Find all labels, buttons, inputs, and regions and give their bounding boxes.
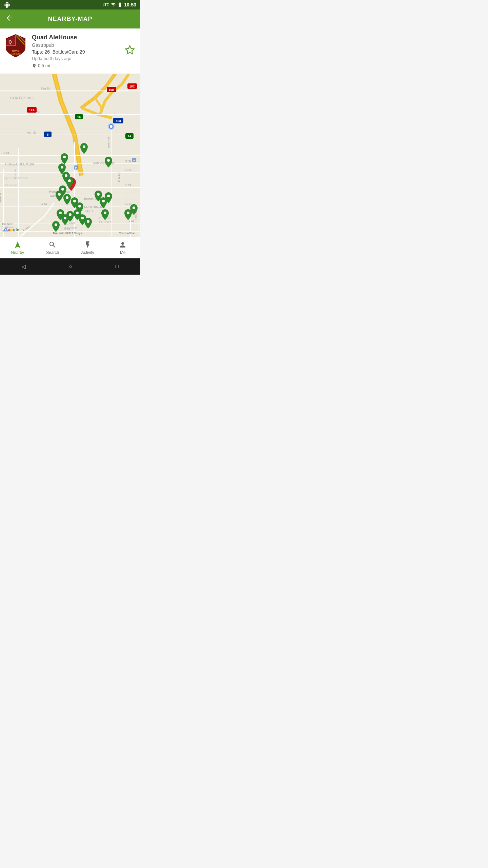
lte-label: LTE bbox=[103, 3, 109, 7]
svg-text:J St: J St bbox=[129, 219, 134, 222]
nav-activity-label: Activity bbox=[81, 250, 94, 255]
svg-point-108 bbox=[127, 212, 129, 214]
svg-text:11th Ave: 11th Ave bbox=[118, 172, 121, 182]
svg-marker-9 bbox=[126, 46, 134, 54]
svg-text:...ego Civic Theatre: ...ego Civic Theatre bbox=[2, 176, 28, 180]
nav-activity[interactable]: Activity bbox=[70, 237, 105, 258]
svg-text:QUARTER: QUARTER bbox=[64, 226, 77, 229]
svg-point-93 bbox=[58, 193, 61, 196]
svg-text:QUAD: QUAD bbox=[12, 50, 19, 52]
svg-point-101 bbox=[59, 212, 62, 214]
favorite-button[interactable] bbox=[125, 45, 135, 57]
svg-text:5: 5 bbox=[47, 133, 48, 136]
svg-text:A St: A St bbox=[3, 151, 9, 155]
svg-point-91 bbox=[68, 179, 71, 182]
page-title: NEARBY-MAP bbox=[48, 16, 92, 23]
svg-text:CORE-COLUMBIA: CORE-COLUMBIA bbox=[5, 162, 34, 166]
nav-nearby[interactable]: Nearby bbox=[0, 237, 35, 258]
header: NEARBY-MAP bbox=[0, 9, 140, 28]
svg-text:C St: C St bbox=[125, 168, 131, 172]
activity-icon bbox=[84, 241, 92, 249]
status-time: 10:53 bbox=[124, 2, 136, 7]
home-system-button[interactable]: ○ bbox=[69, 263, 72, 270]
nearby-icon bbox=[14, 241, 22, 249]
status-icons: LTE 10:53 bbox=[103, 2, 136, 7]
system-nav-bar: ◁ ○ □ bbox=[0, 258, 140, 275]
recent-system-button[interactable]: □ bbox=[116, 263, 119, 270]
svg-point-88 bbox=[61, 166, 63, 169]
venue-updated: Updated 3 days ago bbox=[32, 56, 135, 61]
venue-taps: Taps: 26 Bottles/Can: 29 bbox=[32, 49, 135, 55]
venue-name: Quad AleHouse bbox=[32, 34, 135, 41]
svg-text:16B: 16B bbox=[109, 88, 115, 92]
venue-distance: 0.5 mi bbox=[32, 63, 135, 68]
svg-text:...AMP: ...AMP bbox=[66, 222, 76, 225]
venue-card[interactable]: Q QUAD ALEHOUSE Quad AleHouse Gastropub … bbox=[0, 28, 140, 74]
svg-point-89 bbox=[107, 159, 110, 162]
svg-point-95 bbox=[97, 193, 100, 196]
svg-point-92 bbox=[61, 188, 64, 191]
svg-point-94 bbox=[66, 196, 68, 199]
svg-text:Ash St: Ash St bbox=[27, 131, 36, 134]
svg-text:Map data ©2017 Google: Map data ©2017 Google bbox=[53, 232, 83, 235]
svg-point-110 bbox=[55, 223, 57, 226]
svg-text:CORTEZ HILL: CORTEZ HILL bbox=[10, 96, 35, 100]
svg-point-99 bbox=[73, 200, 76, 202]
nav-nearby-label: Nearby bbox=[11, 250, 24, 255]
svg-point-103 bbox=[69, 213, 72, 216]
svg-text:The New: The New bbox=[2, 222, 13, 225]
svg-text:1A: 1A bbox=[127, 135, 131, 138]
svg-point-86 bbox=[83, 145, 85, 148]
status-bar: LTE 10:53 bbox=[0, 0, 140, 9]
map-container[interactable]: Elm St Beech St Ash St A St B St C St E … bbox=[0, 74, 140, 237]
svg-text:...WNTOWN: ...WNTOWN bbox=[2, 183, 19, 186]
svg-text:16: 16 bbox=[77, 115, 81, 119]
back-button[interactable] bbox=[3, 11, 16, 27]
svg-text:CONDOS: CONDOS bbox=[99, 220, 113, 224]
back-system-button[interactable]: ◁ bbox=[22, 263, 26, 270]
search-icon bbox=[48, 241, 57, 249]
svg-text:Terms of Use: Terms of Use bbox=[119, 232, 135, 235]
svg-point-104 bbox=[76, 212, 79, 214]
bottom-nav: Nearby Search Activity Me bbox=[0, 237, 140, 258]
svg-text:G St: G St bbox=[125, 202, 132, 205]
svg-point-100 bbox=[78, 205, 81, 208]
svg-text:LOFT: LOFT bbox=[85, 209, 94, 213]
map-svg: Elm St Beech St Ash St A St B St C St E … bbox=[0, 74, 140, 237]
nav-me-label: Me bbox=[120, 250, 126, 255]
svg-text:17A: 17A bbox=[29, 108, 35, 112]
svg-point-87 bbox=[63, 156, 66, 158]
svg-text:Google: Google bbox=[4, 227, 19, 232]
svg-text:ALEHOUSE: ALEHOUSE bbox=[11, 53, 21, 55]
svg-text:G St: G St bbox=[41, 202, 47, 205]
venue-info: Quad AleHouse Gastropub Taps: 26 Bottles… bbox=[32, 34, 135, 68]
svg-point-102 bbox=[64, 217, 66, 219]
svg-text:Elm St: Elm St bbox=[41, 87, 50, 90]
venue-type: Gastropub bbox=[32, 42, 135, 48]
svg-text:P: P bbox=[75, 166, 77, 170]
svg-point-109 bbox=[133, 206, 135, 209]
svg-point-106 bbox=[87, 220, 89, 223]
svg-point-84 bbox=[110, 125, 113, 128]
svg-text:B St: B St bbox=[125, 160, 131, 163]
svg-text:15C: 15C bbox=[129, 85, 135, 88]
nav-me[interactable]: Me bbox=[105, 237, 141, 258]
nav-search[interactable]: Search bbox=[35, 237, 70, 258]
venue-logo: Q QUAD ALEHOUSE bbox=[5, 34, 27, 56]
svg-point-90 bbox=[65, 174, 67, 177]
svg-point-96 bbox=[102, 200, 105, 202]
svg-text:P: P bbox=[133, 159, 135, 162]
svg-point-97 bbox=[107, 195, 110, 197]
svg-point-107 bbox=[104, 212, 106, 214]
me-icon bbox=[119, 241, 127, 249]
status-android-icon bbox=[4, 2, 10, 8]
svg-text:Q: Q bbox=[8, 40, 12, 44]
svg-text:E St: E St bbox=[125, 183, 131, 187]
svg-text:State St: State St bbox=[0, 193, 2, 203]
svg-point-105 bbox=[81, 217, 84, 219]
svg-text:Tenth Ave: Tenth Ave bbox=[107, 136, 110, 149]
nav-search-label: Search bbox=[46, 250, 59, 255]
svg-text:163: 163 bbox=[116, 119, 121, 123]
